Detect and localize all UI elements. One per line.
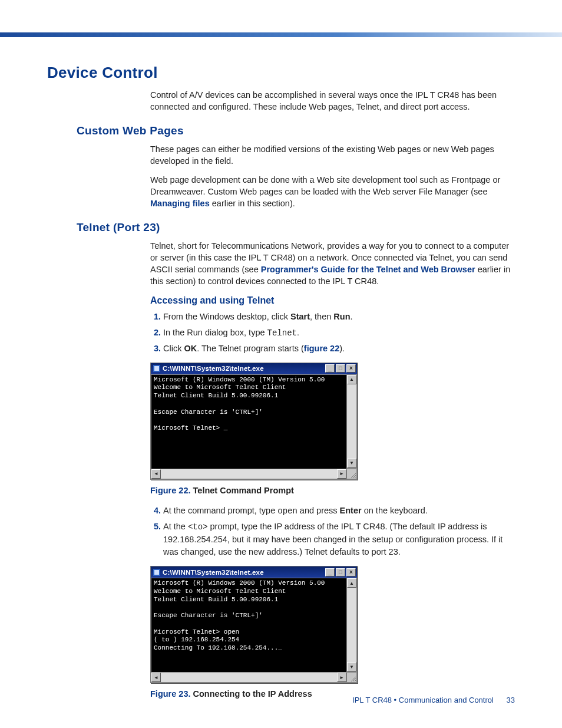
cwp-p2: Web page development can be done with a … xyxy=(150,174,515,209)
scroll-right-icon[interactable]: ► xyxy=(337,469,346,479)
maximize-button[interactable]: □ xyxy=(336,364,345,373)
text: prompt, type the IP address of the IPL T… xyxy=(163,522,503,557)
terminal-output: Microsoft (R) Windows 2000 (TM) Version … xyxy=(151,374,346,469)
close-button[interactable]: × xyxy=(346,364,356,373)
text: From the Windows desktop, click xyxy=(163,312,290,321)
text: on the keyboard. xyxy=(362,506,428,515)
text: and press xyxy=(297,506,340,515)
step-1: From the Windows desktop, click Start, t… xyxy=(163,311,515,324)
header-accent-bar xyxy=(0,32,562,37)
scroll-right-icon[interactable]: ► xyxy=(337,673,346,682)
svg-line-4 xyxy=(355,477,356,478)
link-figure-22[interactable]: figure 22 xyxy=(304,344,339,353)
text: At the command prompt, type xyxy=(163,506,277,515)
label-start: Start xyxy=(290,312,310,321)
figure-23-window: C:\WINNT\System32\telnet.exe _ □ × Micro… xyxy=(150,566,358,683)
label-enter: Enter xyxy=(340,506,362,515)
maximize-button[interactable]: □ xyxy=(336,568,345,577)
text: Web page development can be done with a … xyxy=(150,175,500,196)
terminal-output: Microsoft (R) Windows 2000 (TM) Version … xyxy=(151,578,346,672)
window-titlebar: C:\WINNT\System32\telnet.exe _ □ × xyxy=(151,363,357,374)
svg-line-9 xyxy=(355,680,356,681)
text: , then xyxy=(310,312,333,321)
text: ). xyxy=(339,344,345,353)
app-icon xyxy=(153,569,160,576)
scroll-up-icon[interactable]: ▲ xyxy=(347,578,356,588)
vertical-scrollbar[interactable]: ▲ ▼ xyxy=(346,578,357,672)
page-title: Device Control xyxy=(47,64,515,82)
page-footer: IPL T CR48 • Communication and Control 3… xyxy=(352,696,515,704)
resize-grip-icon[interactable] xyxy=(346,673,356,682)
telnet-p1: Telnet, short for Telecommunications Net… xyxy=(150,240,515,287)
step-3: Click OK. The Telnet program starts (fig… xyxy=(163,342,515,355)
scroll-track[interactable] xyxy=(161,673,337,682)
text: . The Telnet program starts ( xyxy=(197,344,304,353)
section-custom-web-pages: Custom Web Pages xyxy=(77,124,515,137)
scroll-down-icon[interactable]: ▼ xyxy=(347,662,356,671)
section-telnet: Telnet (Port 23) xyxy=(77,221,515,234)
text: . xyxy=(297,328,299,337)
page-number: 33 xyxy=(507,696,515,704)
text: Click xyxy=(163,344,184,353)
code-open: open xyxy=(277,506,297,516)
window-title: C:\WINNT\System32\telnet.exe xyxy=(163,569,324,576)
cwp-p1: These pages can either be modified versi… xyxy=(150,143,515,167)
vertical-scrollbar[interactable]: ▲ ▼ xyxy=(346,374,357,469)
minimize-button[interactable]: _ xyxy=(325,364,335,373)
horizontal-scrollbar[interactable]: ◄ ► xyxy=(151,672,357,683)
figure-title: Connecting to the IP Address xyxy=(193,689,312,699)
label-run: Run xyxy=(333,312,350,321)
resize-grip-icon[interactable] xyxy=(346,469,356,479)
text: . xyxy=(351,312,353,321)
app-icon xyxy=(153,365,160,372)
label-ok: OK xyxy=(184,344,197,353)
window-title: C:\WINNT\System32\telnet.exe xyxy=(163,365,324,372)
scroll-left-icon[interactable]: ◄ xyxy=(151,673,161,682)
figure-label: Figure 22. xyxy=(150,486,191,495)
figure-title: Telnet Command Prompt xyxy=(193,486,294,495)
svg-rect-1 xyxy=(154,366,159,371)
subsection-accessing-telnet: Accessing and using Telnet xyxy=(150,295,515,306)
step-2: In the Run dialog box, type Telnet. xyxy=(163,327,515,340)
footer-doc-title: IPL T CR48 • Communication and Control xyxy=(352,696,494,704)
text: earlier in this section). xyxy=(210,199,295,208)
text: In the Run dialog box, type xyxy=(163,328,267,337)
step-4: At the command prompt, type open and pre… xyxy=(163,505,515,518)
window-titlebar: C:\WINNT\System32\telnet.exe _ □ × xyxy=(151,566,357,578)
code-to: <to> xyxy=(188,522,208,532)
scroll-down-icon[interactable]: ▼ xyxy=(347,459,356,468)
figure-22-caption: Figure 22. Telnet Command Prompt xyxy=(150,485,515,496)
scroll-track[interactable] xyxy=(347,588,356,662)
scroll-up-icon[interactable]: ▲ xyxy=(347,375,356,384)
svg-rect-6 xyxy=(154,570,159,575)
scroll-track[interactable] xyxy=(161,469,337,479)
minimize-button[interactable]: _ xyxy=(325,568,335,577)
close-button[interactable]: × xyxy=(346,568,356,577)
scroll-track[interactable] xyxy=(347,384,356,459)
text: At the xyxy=(163,522,188,531)
code-telnet: Telnet xyxy=(267,328,297,338)
intro-paragraph: Control of A/V devices can be accomplish… xyxy=(150,89,515,113)
scroll-left-icon[interactable]: ◄ xyxy=(151,469,161,479)
horizontal-scrollbar[interactable]: ◄ ► xyxy=(151,469,357,479)
step-5: At the <to> prompt, type the IP address … xyxy=(163,521,515,559)
link-managing-files[interactable]: Managing files xyxy=(150,199,210,208)
link-programmers-guide[interactable]: Programmer's Guide for the Telnet and We… xyxy=(261,265,475,274)
figure-label: Figure 23. xyxy=(150,689,191,699)
figure-22-window: C:\WINNT\System32\telnet.exe _ □ × Micro… xyxy=(150,363,358,480)
